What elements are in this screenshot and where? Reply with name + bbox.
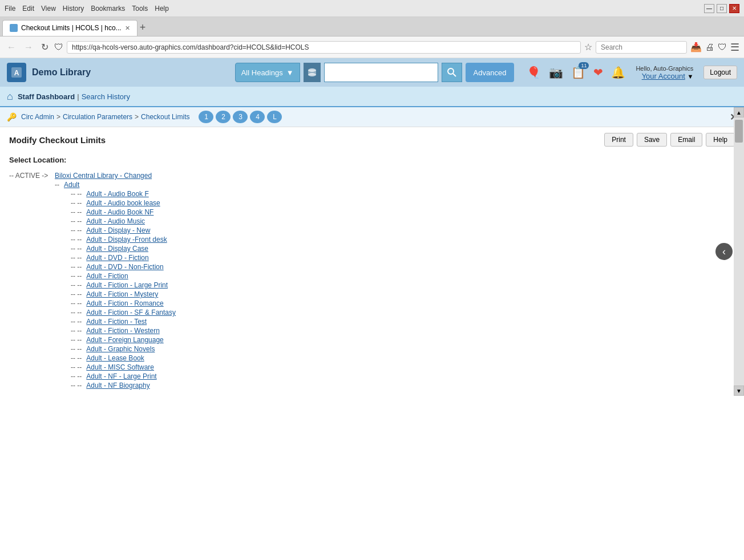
main-content: 🔑 Circ Admin > Circulation Parameters > … (0, 107, 744, 396)
search-icon (447, 68, 456, 77)
list-icon[interactable]: 📋 11 (571, 66, 585, 79)
email-button[interactable]: Email (670, 133, 702, 147)
location-item-link[interactable]: Adult - NF - Large Print (86, 372, 156, 380)
location-item-link[interactable]: Adult - Display - New (86, 226, 150, 234)
menu-view[interactable]: View (41, 5, 56, 13)
list-item: -- --Adult - Fiction - Test (9, 317, 735, 326)
location-item-link[interactable]: Adult - Foreign Language (86, 336, 163, 344)
scroll-up-button[interactable]: ▲ (734, 107, 744, 117)
location-list-area[interactable]: Select Location: -- ACTIVE -> Biloxi Cen… (0, 150, 744, 396)
list-item: -- --Adult - MISC Software (9, 363, 735, 372)
database-icon[interactable] (304, 63, 321, 82)
circ-admin-breadcrumb[interactable]: Circ Admin (21, 113, 54, 121)
page-title-bar: Modify Checkout Limits Print Save Email … (0, 127, 744, 150)
checkout-limits-breadcrumb[interactable]: Checkout Limits (141, 113, 189, 121)
heading-dropdown-label: All Headings (241, 68, 283, 77)
url-input[interactable] (67, 41, 581, 54)
menu-edit[interactable]: Edit (22, 5, 34, 13)
bookmark-icon[interactable]: ☆ (584, 42, 592, 52)
new-tab-button[interactable]: + (140, 22, 146, 34)
menu-tools[interactable]: Tools (132, 5, 148, 13)
search-history-link[interactable]: Search History (82, 92, 130, 101)
account-link[interactable]: Your Account (642, 72, 685, 80)
location-item-link[interactable]: Adult - Fiction - Western (86, 327, 159, 335)
maximize-button[interactable]: □ (717, 4, 727, 13)
heart-icon[interactable]: ❤ (593, 66, 603, 79)
circulation-params-breadcrumb[interactable]: Circulation Parameters (63, 113, 132, 121)
location-item-link[interactable]: Adult - Audio Music (86, 217, 145, 225)
scrollbar-panel[interactable]: ▲ ▼ (734, 107, 744, 396)
app-header: A Demo Library All Headings ▼ Advanced 🎈… (0, 58, 744, 87)
print-icon[interactable]: 🖨 (705, 42, 714, 52)
active-tab[interactable]: Checkout Limits | HCOLS | hco... ✕ (2, 20, 138, 36)
dash-prefix: -- -- (71, 318, 82, 326)
location-item-link[interactable]: Adult - DVD - Non-Fiction (86, 263, 163, 271)
minimize-button[interactable]: — (704, 4, 714, 13)
scroll-thumb[interactable] (735, 120, 743, 143)
logout-button[interactable]: Logout (703, 66, 737, 79)
dash-prefix: -- -- (71, 190, 82, 198)
location-item-link[interactable]: Adult - DVD - Fiction (86, 254, 148, 262)
bell-icon[interactable]: 🔔 (611, 66, 625, 79)
root-location-link[interactable]: Biloxi Central Library - Changed (55, 172, 152, 180)
home-icon[interactable]: ⌂ (7, 91, 13, 103)
browser-search-input[interactable] (596, 41, 687, 54)
location-item-link[interactable]: Adult - Fiction - SF & Fantasy (86, 309, 176, 316)
location-item-link[interactable]: Adult - Audio Book NF (86, 208, 153, 216)
svg-point-5 (448, 68, 454, 74)
advanced-button[interactable]: Advanced (466, 63, 515, 82)
step-3-button[interactable]: 3 (233, 111, 248, 123)
menu-file[interactable]: File (5, 5, 15, 13)
location-item-link[interactable]: Adult - MISC Software (86, 363, 154, 371)
library-name: Demo Library (32, 67, 91, 78)
dash-prefix: -- -- (71, 336, 82, 344)
menu-history[interactable]: History (63, 5, 84, 13)
dash-prefix: -- -- (71, 263, 82, 271)
step-l-button[interactable]: L (267, 111, 282, 123)
tab-close-button[interactable]: ✕ (125, 25, 130, 32)
print-button[interactable]: Print (604, 133, 633, 147)
collapse-panel-button[interactable]: ‹ (715, 243, 733, 260)
search-button[interactable] (442, 63, 462, 82)
location-item-link[interactable]: Adult - Display -Front desk (86, 236, 167, 244)
forward-button[interactable]: → (22, 41, 35, 54)
close-button[interactable]: ✕ (729, 4, 739, 13)
location-item-link[interactable]: Adult - Display Case (86, 245, 148, 253)
location-item-link[interactable]: Adult - Fiction - Test (86, 318, 147, 326)
location-item-link[interactable]: Adult - Audio Book F (86, 190, 148, 198)
back-button[interactable]: ← (5, 41, 18, 54)
location-item-link[interactable]: Adult (64, 181, 79, 189)
browser-menu[interactable]: File Edit View History Bookmarks Tools H… (5, 5, 169, 13)
camera-icon[interactable]: 📷 (549, 66, 563, 79)
reload-button[interactable]: ↻ (39, 40, 51, 54)
location-item-link[interactable]: Adult - Fiction - Large Print (86, 281, 168, 289)
dash-prefix: -- -- (71, 226, 82, 234)
balloon-icon[interactable]: 🎈 (527, 66, 541, 79)
list-item: -- --Adult - Fiction - Mystery (9, 290, 735, 299)
hello-text: Hello, Auto-Graphics (636, 65, 693, 72)
list-item: -- --Adult - Audio book lease (9, 198, 735, 208)
location-item-link[interactable]: Adult - Lease Book (86, 354, 144, 362)
location-item-link[interactable]: Adult - Audio book lease (86, 199, 160, 207)
staff-dashboard-link[interactable]: Staff Dashboard (18, 92, 75, 101)
menu-help[interactable]: Help (155, 5, 169, 13)
header-icons: 🎈 📷 📋 11 ❤ 🔔 (527, 66, 625, 79)
shield2-icon[interactable]: 🛡 (718, 42, 727, 52)
scroll-down-button[interactable]: ▼ (734, 385, 744, 396)
location-item-link[interactable]: Adult - Fiction (86, 272, 128, 280)
window-controls[interactable]: — □ ✕ (704, 4, 739, 13)
step-4-button[interactable]: 4 (250, 111, 265, 123)
location-item-link[interactable]: Adult - NF Biography (86, 382, 149, 389)
location-item-link[interactable]: Adult - Graphic Novels (86, 345, 155, 353)
help-button[interactable]: Help (706, 133, 735, 147)
step-1-button[interactable]: 1 (199, 111, 213, 123)
menu-bookmarks[interactable]: Bookmarks (91, 5, 125, 13)
pocket-icon[interactable]: 📥 (690, 42, 702, 52)
save-button[interactable]: Save (637, 133, 667, 147)
menu-hamburger[interactable]: ☰ (730, 41, 739, 54)
location-item-link[interactable]: Adult - Fiction - Romance (86, 299, 163, 307)
main-search-input[interactable] (324, 63, 438, 82)
heading-dropdown[interactable]: All Headings ▼ (235, 63, 300, 82)
step-2-button[interactable]: 2 (216, 111, 231, 123)
location-item-link[interactable]: Adult - Fiction - Mystery (86, 290, 158, 298)
